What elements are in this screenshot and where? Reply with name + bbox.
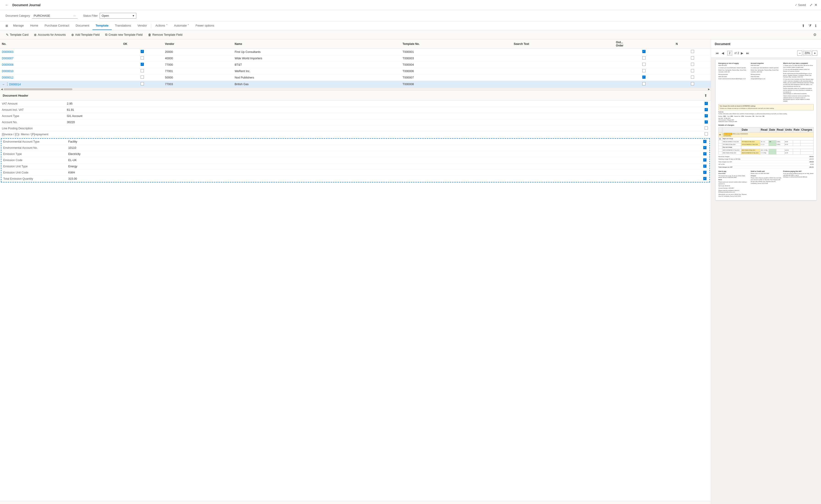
- ord-order-checkbox[interactable]: [642, 56, 646, 60]
- row-checkbox[interactable]: [705, 120, 708, 124]
- row-checkbox[interactable]: [705, 114, 708, 117]
- ok-checkbox[interactable]: [141, 50, 144, 53]
- dashed-row-checkbox[interactable]: [703, 165, 707, 168]
- remove-template-field-button[interactable]: 🗑 Remove Template Field: [146, 32, 184, 38]
- dashed-row-checkbox[interactable]: [703, 158, 707, 162]
- doc-row-value[interactable]: 2.95: [66, 102, 704, 106]
- table-row[interactable]: D00000740000Wide World ImportersT000003: [0, 55, 711, 62]
- tab-automate[interactable]: Automate ˅: [171, 22, 192, 30]
- ok-checkbox[interactable]: [141, 82, 144, 85]
- dashed-row-value[interactable]: Electricity: [67, 152, 702, 156]
- n-cell: [674, 68, 711, 74]
- doc-row-value[interactable]: G/L Account: [66, 114, 704, 118]
- first-page-button[interactable]: ⏮: [715, 51, 720, 55]
- prev-page-button[interactable]: ◀: [721, 51, 725, 55]
- tab-translations[interactable]: Translations: [112, 22, 134, 30]
- dashed-row-checkbox[interactable]: [703, 146, 707, 149]
- status-filter-select[interactable]: Open ▾: [100, 13, 136, 19]
- scroll-thumb[interactable]: [4, 88, 72, 90]
- tab-document[interactable]: Document: [72, 22, 92, 30]
- dashed-row-value[interactable]: Facility: [67, 140, 702, 144]
- filter-button[interactable]: ⧩: [807, 23, 812, 29]
- ok-checkbox[interactable]: [141, 63, 144, 66]
- create-template-field-button[interactable]: ⧉ Create new Template Field: [103, 32, 145, 38]
- dashed-row-value[interactable]: KWH: [67, 171, 702, 175]
- zoom-in-button[interactable]: +: [812, 51, 817, 56]
- zoom-out-button[interactable]: −: [797, 51, 802, 56]
- ord-order-checkbox[interactable]: [642, 69, 646, 72]
- ord-order-checkbox[interactable]: [642, 76, 646, 79]
- comments-share-button[interactable]: ⬆: [703, 503, 708, 504]
- document-header-section: Document Header ⬆ VAT Amount2.95Amount I…: [0, 90, 711, 501]
- table-row[interactable]: D00001250000Nod PublishersT000007: [0, 74, 711, 81]
- scroll-right-icon[interactable]: ▶: [708, 88, 710, 90]
- document-no-link[interactable]: D000014: [9, 83, 21, 86]
- row-checkbox[interactable]: [705, 132, 708, 135]
- share-button[interactable]: ⬆: [801, 23, 806, 29]
- ord-order-checkbox[interactable]: [642, 50, 646, 53]
- tab-actions[interactable]: Actions ˅: [152, 22, 171, 30]
- ok-checkbox[interactable]: [141, 69, 144, 72]
- dashed-row-checkbox[interactable]: [703, 171, 707, 174]
- tab-purchase-contract[interactable]: Purchase Contract: [41, 22, 73, 30]
- ok-checkbox[interactable]: [141, 76, 144, 79]
- last-page-button[interactable]: ⏭: [745, 51, 750, 55]
- document-no-link[interactable]: D000010: [2, 70, 14, 73]
- ord-order-checkbox[interactable]: [642, 82, 646, 85]
- document-no-link[interactable]: D000007: [2, 57, 14, 60]
- row-checkbox[interactable]: [705, 126, 708, 130]
- document-no-link[interactable]: D000003: [2, 50, 14, 54]
- dashed-row-value[interactable]: 315.00: [67, 177, 702, 181]
- dashed-row-checkbox[interactable]: [703, 177, 707, 180]
- zoom-level[interactable]: 20%: [803, 51, 811, 55]
- info-button[interactable]: ℹ: [814, 23, 817, 29]
- table-row[interactable]: D00000877000BT&TT000004: [0, 62, 711, 68]
- table-row[interactable]: → ⋮D00001477003British GasT000008: [0, 81, 711, 88]
- row-context-menu-button[interactable]: ⋮: [5, 82, 9, 86]
- back-button[interactable]: ←: [4, 2, 10, 8]
- tab-vendor[interactable]: Vendor: [134, 22, 150, 30]
- tab-manage[interactable]: Manage: [10, 22, 27, 30]
- n-checkbox[interactable]: [691, 56, 694, 60]
- next-page-button[interactable]: ▶: [740, 51, 744, 55]
- doc-row-value[interactable]: [66, 134, 704, 135]
- dashed-row-checkbox[interactable]: [703, 140, 707, 143]
- n-checkbox[interactable]: [691, 69, 694, 72]
- document-no-link[interactable]: D000012: [2, 76, 14, 79]
- tab-home[interactable]: Home: [27, 22, 41, 30]
- dashed-row-value[interactable]: EL-UK: [67, 158, 702, 162]
- n-checkbox[interactable]: [691, 76, 694, 79]
- maximize-icon[interactable]: ⤢: [810, 3, 813, 7]
- doc-row-value[interactable]: [66, 128, 704, 129]
- scroll-left-icon[interactable]: ◀: [1, 88, 3, 90]
- accounts-for-amounts-button[interactable]: ⊕ Accounts for Amounts: [32, 32, 68, 38]
- n-checkbox[interactable]: [691, 50, 694, 53]
- row-checkbox[interactable]: [705, 102, 708, 105]
- template-card-button[interactable]: ✎ Template Card: [4, 32, 31, 38]
- horizontal-scrollbar[interactable]: ◀ ▶: [0, 88, 711, 90]
- ok-checkbox[interactable]: [141, 56, 144, 60]
- add-template-field-button[interactable]: ⊕ Add Template Field: [69, 32, 102, 38]
- page-input[interactable]: 2: [727, 51, 732, 55]
- row-checkbox[interactable]: [705, 108, 708, 111]
- tab-template[interactable]: Template: [92, 22, 112, 30]
- document-category-input[interactable]: PURCHASE ···: [32, 13, 78, 19]
- n-checkbox[interactable]: [691, 63, 694, 66]
- document-header-share-button[interactable]: ⬆: [703, 92, 708, 99]
- close-icon[interactable]: ✕: [814, 3, 817, 7]
- table-row[interactable]: D00000320000First Up ConsultantsT000001: [0, 49, 711, 55]
- grid-icon[interactable]: ⊞: [4, 22, 10, 29]
- ord-order-checkbox[interactable]: [642, 63, 646, 66]
- document-no-link[interactable]: D000008: [2, 63, 14, 66]
- table-row[interactable]: D00001077001WeRent Inc.T000006: [0, 68, 711, 74]
- settings-icon[interactable]: ⚙: [812, 32, 817, 38]
- doc-row-value[interactable]: 30220: [66, 120, 704, 124]
- dashed-row-value[interactable]: 10110: [67, 146, 702, 150]
- edit-icon: ✎: [6, 33, 9, 37]
- dashed-row-value[interactable]: Energy: [67, 164, 702, 168]
- tab-fewer-options[interactable]: Fewer options: [192, 22, 218, 30]
- zoom-controls: − 20% +: [797, 51, 817, 56]
- dashed-row-checkbox[interactable]: [703, 152, 707, 155]
- n-checkbox[interactable]: [691, 82, 694, 85]
- doc-row-value[interactable]: 61.91: [66, 108, 704, 112]
